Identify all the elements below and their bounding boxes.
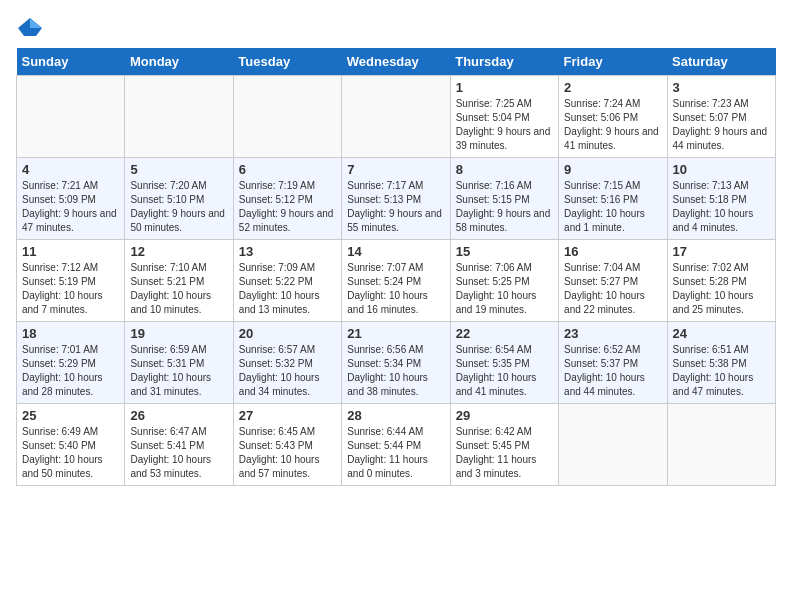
calendar-cell: 25Sunrise: 6:49 AMSunset: 5:40 PMDayligh… [17, 404, 125, 486]
calendar-cell: 23Sunrise: 6:52 AMSunset: 5:37 PMDayligh… [559, 322, 667, 404]
day-number: 23 [564, 326, 661, 341]
day-number: 19 [130, 326, 227, 341]
day-info: Sunrise: 7:21 AMSunset: 5:09 PMDaylight:… [22, 179, 119, 235]
day-number: 4 [22, 162, 119, 177]
calendar-cell: 15Sunrise: 7:06 AMSunset: 5:25 PMDayligh… [450, 240, 558, 322]
calendar-week-row: 11Sunrise: 7:12 AMSunset: 5:19 PMDayligh… [17, 240, 776, 322]
calendar-cell: 19Sunrise: 6:59 AMSunset: 5:31 PMDayligh… [125, 322, 233, 404]
day-info: Sunrise: 6:57 AMSunset: 5:32 PMDaylight:… [239, 343, 336, 399]
day-info: Sunrise: 7:23 AMSunset: 5:07 PMDaylight:… [673, 97, 770, 153]
day-number: 17 [673, 244, 770, 259]
calendar-cell: 3Sunrise: 7:23 AMSunset: 5:07 PMDaylight… [667, 76, 775, 158]
calendar-cell [559, 404, 667, 486]
day-info: Sunrise: 7:16 AMSunset: 5:15 PMDaylight:… [456, 179, 553, 235]
day-number: 5 [130, 162, 227, 177]
day-number: 21 [347, 326, 444, 341]
calendar-cell: 20Sunrise: 6:57 AMSunset: 5:32 PMDayligh… [233, 322, 341, 404]
calendar-week-row: 18Sunrise: 7:01 AMSunset: 5:29 PMDayligh… [17, 322, 776, 404]
day-number: 1 [456, 80, 553, 95]
calendar-cell: 6Sunrise: 7:19 AMSunset: 5:12 PMDaylight… [233, 158, 341, 240]
day-info: Sunrise: 7:02 AMSunset: 5:28 PMDaylight:… [673, 261, 770, 317]
calendar-cell: 5Sunrise: 7:20 AMSunset: 5:10 PMDaylight… [125, 158, 233, 240]
calendar-table: SundayMondayTuesdayWednesdayThursdayFrid… [16, 48, 776, 486]
day-info: Sunrise: 7:19 AMSunset: 5:12 PMDaylight:… [239, 179, 336, 235]
page-header [16, 16, 776, 38]
day-number: 7 [347, 162, 444, 177]
calendar-cell [125, 76, 233, 158]
calendar-cell: 29Sunrise: 6:42 AMSunset: 5:45 PMDayligh… [450, 404, 558, 486]
calendar-cell [342, 76, 450, 158]
day-number: 16 [564, 244, 661, 259]
day-info: Sunrise: 6:42 AMSunset: 5:45 PMDaylight:… [456, 425, 553, 481]
day-info: Sunrise: 7:17 AMSunset: 5:13 PMDaylight:… [347, 179, 444, 235]
calendar-cell: 21Sunrise: 6:56 AMSunset: 5:34 PMDayligh… [342, 322, 450, 404]
weekday-header-monday: Monday [125, 48, 233, 76]
day-info: Sunrise: 7:07 AMSunset: 5:24 PMDaylight:… [347, 261, 444, 317]
calendar-cell: 27Sunrise: 6:45 AMSunset: 5:43 PMDayligh… [233, 404, 341, 486]
calendar-cell [667, 404, 775, 486]
day-info: Sunrise: 7:09 AMSunset: 5:22 PMDaylight:… [239, 261, 336, 317]
calendar-week-row: 4Sunrise: 7:21 AMSunset: 5:09 PMDaylight… [17, 158, 776, 240]
calendar-cell: 14Sunrise: 7:07 AMSunset: 5:24 PMDayligh… [342, 240, 450, 322]
day-number: 13 [239, 244, 336, 259]
day-info: Sunrise: 6:59 AMSunset: 5:31 PMDaylight:… [130, 343, 227, 399]
calendar-cell: 4Sunrise: 7:21 AMSunset: 5:09 PMDaylight… [17, 158, 125, 240]
weekday-header-wednesday: Wednesday [342, 48, 450, 76]
calendar-cell: 7Sunrise: 7:17 AMSunset: 5:13 PMDaylight… [342, 158, 450, 240]
calendar-cell: 26Sunrise: 6:47 AMSunset: 5:41 PMDayligh… [125, 404, 233, 486]
calendar-cell: 22Sunrise: 6:54 AMSunset: 5:35 PMDayligh… [450, 322, 558, 404]
calendar-cell: 24Sunrise: 6:51 AMSunset: 5:38 PMDayligh… [667, 322, 775, 404]
day-info: Sunrise: 7:15 AMSunset: 5:16 PMDaylight:… [564, 179, 661, 235]
day-info: Sunrise: 7:13 AMSunset: 5:18 PMDaylight:… [673, 179, 770, 235]
day-number: 12 [130, 244, 227, 259]
day-number: 3 [673, 80, 770, 95]
day-number: 6 [239, 162, 336, 177]
day-number: 2 [564, 80, 661, 95]
day-number: 18 [22, 326, 119, 341]
day-info: Sunrise: 6:47 AMSunset: 5:41 PMDaylight:… [130, 425, 227, 481]
day-number: 22 [456, 326, 553, 341]
weekday-header-tuesday: Tuesday [233, 48, 341, 76]
calendar-week-row: 1Sunrise: 7:25 AMSunset: 5:04 PMDaylight… [17, 76, 776, 158]
day-info: Sunrise: 7:04 AMSunset: 5:27 PMDaylight:… [564, 261, 661, 317]
day-number: 27 [239, 408, 336, 423]
weekday-header-thursday: Thursday [450, 48, 558, 76]
day-info: Sunrise: 7:10 AMSunset: 5:21 PMDaylight:… [130, 261, 227, 317]
day-info: Sunrise: 7:20 AMSunset: 5:10 PMDaylight:… [130, 179, 227, 235]
day-number: 20 [239, 326, 336, 341]
day-info: Sunrise: 6:51 AMSunset: 5:38 PMDaylight:… [673, 343, 770, 399]
calendar-cell: 18Sunrise: 7:01 AMSunset: 5:29 PMDayligh… [17, 322, 125, 404]
day-info: Sunrise: 6:52 AMSunset: 5:37 PMDaylight:… [564, 343, 661, 399]
day-info: Sunrise: 7:24 AMSunset: 5:06 PMDaylight:… [564, 97, 661, 153]
calendar-cell: 9Sunrise: 7:15 AMSunset: 5:16 PMDaylight… [559, 158, 667, 240]
day-info: Sunrise: 7:06 AMSunset: 5:25 PMDaylight:… [456, 261, 553, 317]
logo [16, 16, 48, 38]
calendar-cell: 10Sunrise: 7:13 AMSunset: 5:18 PMDayligh… [667, 158, 775, 240]
calendar-cell: 11Sunrise: 7:12 AMSunset: 5:19 PMDayligh… [17, 240, 125, 322]
day-number: 8 [456, 162, 553, 177]
calendar-week-row: 25Sunrise: 6:49 AMSunset: 5:40 PMDayligh… [17, 404, 776, 486]
day-number: 28 [347, 408, 444, 423]
calendar-cell: 13Sunrise: 7:09 AMSunset: 5:22 PMDayligh… [233, 240, 341, 322]
day-number: 26 [130, 408, 227, 423]
calendar-cell: 28Sunrise: 6:44 AMSunset: 5:44 PMDayligh… [342, 404, 450, 486]
calendar-cell: 17Sunrise: 7:02 AMSunset: 5:28 PMDayligh… [667, 240, 775, 322]
weekday-header-friday: Friday [559, 48, 667, 76]
day-number: 25 [22, 408, 119, 423]
day-info: Sunrise: 6:49 AMSunset: 5:40 PMDaylight:… [22, 425, 119, 481]
logo-icon [16, 16, 44, 38]
calendar-cell [233, 76, 341, 158]
calendar-cell [17, 76, 125, 158]
day-number: 15 [456, 244, 553, 259]
weekday-header-saturday: Saturday [667, 48, 775, 76]
calendar-cell: 12Sunrise: 7:10 AMSunset: 5:21 PMDayligh… [125, 240, 233, 322]
day-info: Sunrise: 7:12 AMSunset: 5:19 PMDaylight:… [22, 261, 119, 317]
day-number: 11 [22, 244, 119, 259]
day-number: 14 [347, 244, 444, 259]
day-number: 10 [673, 162, 770, 177]
calendar-cell: 1Sunrise: 7:25 AMSunset: 5:04 PMDaylight… [450, 76, 558, 158]
day-info: Sunrise: 7:01 AMSunset: 5:29 PMDaylight:… [22, 343, 119, 399]
day-info: Sunrise: 6:56 AMSunset: 5:34 PMDaylight:… [347, 343, 444, 399]
day-info: Sunrise: 6:54 AMSunset: 5:35 PMDaylight:… [456, 343, 553, 399]
day-info: Sunrise: 7:25 AMSunset: 5:04 PMDaylight:… [456, 97, 553, 153]
